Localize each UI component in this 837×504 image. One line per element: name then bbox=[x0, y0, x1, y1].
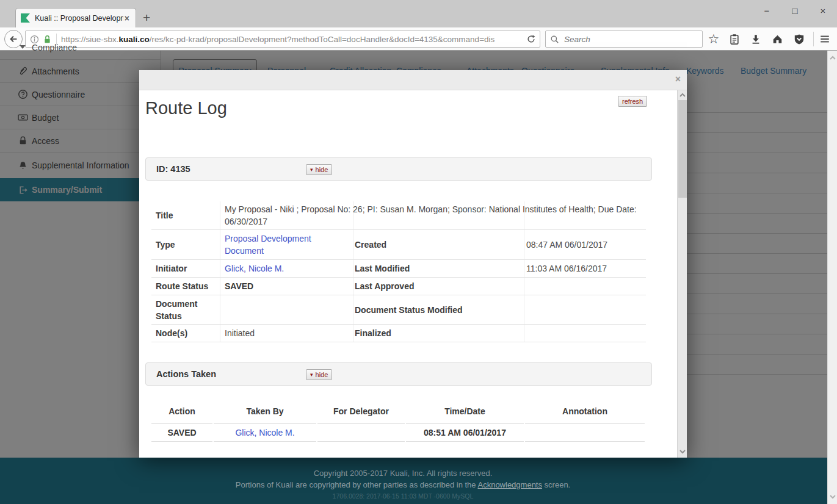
id-section-title: ID: 4135 bbox=[156, 164, 190, 174]
menu-hamburger-icon[interactable] bbox=[817, 31, 833, 47]
search-bar[interactable] bbox=[545, 31, 703, 48]
tab-close-icon[interactable]: × bbox=[123, 13, 131, 23]
hide-button-label: hide bbox=[316, 371, 328, 378]
route-status-value: SAVED bbox=[220, 278, 353, 295]
annotation-value bbox=[525, 423, 645, 442]
bookmark-star-icon[interactable]: ☆ bbox=[706, 31, 722, 47]
hide-button[interactable]: ▾hide bbox=[306, 369, 332, 380]
modal-scrollbar-thumb[interactable] bbox=[678, 100, 687, 198]
refresh-button[interactable]: refresh bbox=[618, 96, 647, 107]
footer-portions: Portions of Kuali are copyrighted by oth… bbox=[0, 480, 806, 489]
column-header-annotation: Annotation bbox=[525, 400, 645, 423]
search-icon bbox=[550, 35, 559, 44]
column-header-time-date: Time/Date bbox=[406, 400, 524, 423]
last-approved-value bbox=[524, 278, 646, 295]
created-value: 08:47 AM 06/01/2017 bbox=[524, 230, 646, 259]
nodes-value: Initiated bbox=[220, 325, 353, 342]
downloads-icon[interactable] bbox=[748, 31, 764, 47]
hide-button[interactable]: ▾hide bbox=[306, 164, 332, 175]
document-type-link[interactable]: Proposal Development Document bbox=[225, 232, 324, 257]
last-modified-label: Last Modified bbox=[353, 260, 524, 277]
nodes-label: Node(s) bbox=[151, 325, 220, 342]
initiator-label: Initiator bbox=[151, 260, 220, 277]
browser-window: Kuali :: Proposal Developme × + − □ × bbox=[0, 0, 837, 504]
hide-button-label: hide bbox=[316, 166, 328, 173]
footer-portions-suffix: screen. bbox=[542, 480, 570, 489]
pocket-shield-icon[interactable] bbox=[791, 31, 807, 47]
home-icon[interactable] bbox=[769, 31, 785, 47]
footer-version: 1706.0028: 2017-06-15 11:03 MDT -0600 My… bbox=[0, 492, 806, 500]
created-label: Created bbox=[353, 230, 524, 259]
collapse-triangle-icon: ▾ bbox=[310, 167, 313, 173]
actions-table-row: SAVED Glick, Nicole M. 08:51 AM 06/01/20… bbox=[151, 423, 646, 442]
scroll-up-icon[interactable] bbox=[829, 56, 836, 60]
modal-close-icon[interactable]: × bbox=[675, 74, 681, 85]
search-input[interactable] bbox=[563, 34, 698, 45]
column-header-taken-by: Taken By bbox=[214, 400, 316, 423]
document-status-modified-label: Document Status Modified bbox=[353, 295, 524, 324]
toolbar-separator bbox=[813, 32, 814, 46]
route-log-table: Title My Proposal - Niki ; Proposal No: … bbox=[151, 201, 646, 342]
table-row-route-status: Route Status SAVED Last Approved bbox=[151, 278, 646, 295]
type-label: Type bbox=[151, 230, 220, 259]
url-path: /res/kc-pd-krad/proposalDevelopment?meth… bbox=[150, 35, 495, 44]
actions-taken-header: Actions Taken ▾hide bbox=[145, 362, 652, 386]
table-row-type: Type Proposal Development Document Creat… bbox=[151, 230, 646, 260]
route-log-modal: × Route Log refresh ID: 4135 ▾hide Title… bbox=[139, 70, 687, 458]
tab-title: Kuali :: Proposal Developme bbox=[35, 14, 123, 23]
action-value: SAVED bbox=[151, 423, 212, 442]
browser-tab[interactable]: Kuali :: Proposal Developme × bbox=[15, 8, 136, 27]
footer-copyright: Copyright 2005-2017 Kuali, Inc. All righ… bbox=[0, 469, 806, 478]
column-header-action: Action bbox=[151, 400, 212, 423]
window-maximize-button[interactable]: □ bbox=[784, 1, 805, 22]
reload-icon[interactable] bbox=[526, 34, 536, 44]
table-row-document-status: Document Status Document Status Modified bbox=[151, 295, 646, 325]
document-status-modified-value bbox=[524, 295, 646, 324]
title-value: My Proposal - Niki ; Proposal No: 26; PI… bbox=[220, 201, 646, 229]
time-date-value: 08:51 AM 06/01/2017 bbox=[406, 423, 524, 442]
modal-header bbox=[139, 70, 687, 90]
initiator-link[interactable]: Glick, Nicole M. bbox=[225, 264, 284, 273]
new-tab-button[interactable]: + bbox=[143, 10, 150, 26]
page-footer: Copyright 2005-2017 Kuali, Inc. All righ… bbox=[0, 458, 837, 504]
last-approved-label: Last Approved bbox=[353, 278, 524, 295]
modal-scroll-up-icon[interactable] bbox=[679, 93, 686, 98]
finalized-value bbox=[524, 325, 646, 342]
taken-by-link[interactable]: Glick, Nicole M. bbox=[235, 428, 294, 437]
window-minimize-button[interactable]: − bbox=[756, 1, 777, 22]
id-section-header: ID: 4135 ▾hide bbox=[145, 157, 652, 181]
table-row-nodes: Node(s) Initiated Finalized bbox=[151, 325, 646, 342]
browser-titlebar: Kuali :: Proposal Developme × + − □ × bbox=[0, 0, 837, 27]
document-status-value bbox=[220, 295, 353, 324]
actions-table-header: Action Taken By For Delegator Time/Date … bbox=[151, 400, 646, 423]
modal-scrollbar[interactable] bbox=[677, 90, 687, 458]
scroll-down-icon[interactable] bbox=[829, 494, 836, 499]
acknowledgments-link[interactable]: Acknowledgments bbox=[477, 480, 542, 489]
finalized-label: Finalized bbox=[353, 325, 524, 342]
footer-portions-text: Portions of Kuali are copyrighted by oth… bbox=[236, 480, 478, 489]
bookmarks-clipboard-icon[interactable] bbox=[726, 31, 742, 47]
for-delegator-value bbox=[317, 423, 405, 442]
table-row-initiator: Initiator Glick, Nicole M. Last Modified… bbox=[151, 260, 646, 278]
last-modified-value: 11:03 AM 06/16/2017 bbox=[524, 260, 646, 277]
route-log-title: Route Log bbox=[145, 98, 227, 118]
document-status-label: Document Status bbox=[151, 295, 220, 324]
collapse-triangle-icon: ▾ bbox=[310, 372, 313, 378]
route-status-label: Route Status bbox=[151, 278, 220, 295]
modal-scroll-down-icon[interactable] bbox=[679, 449, 686, 454]
title-label: Title bbox=[151, 201, 220, 229]
window-close-button[interactable]: × bbox=[813, 1, 833, 22]
actions-taken-title: Actions Taken bbox=[156, 369, 216, 379]
kuali-favicon-icon bbox=[21, 13, 30, 23]
table-row-title: Title My Proposal - Niki ; Proposal No: … bbox=[151, 201, 646, 230]
page-scrollbar[interactable] bbox=[827, 51, 837, 504]
column-header-for-delegator: For Delegator bbox=[317, 400, 405, 423]
